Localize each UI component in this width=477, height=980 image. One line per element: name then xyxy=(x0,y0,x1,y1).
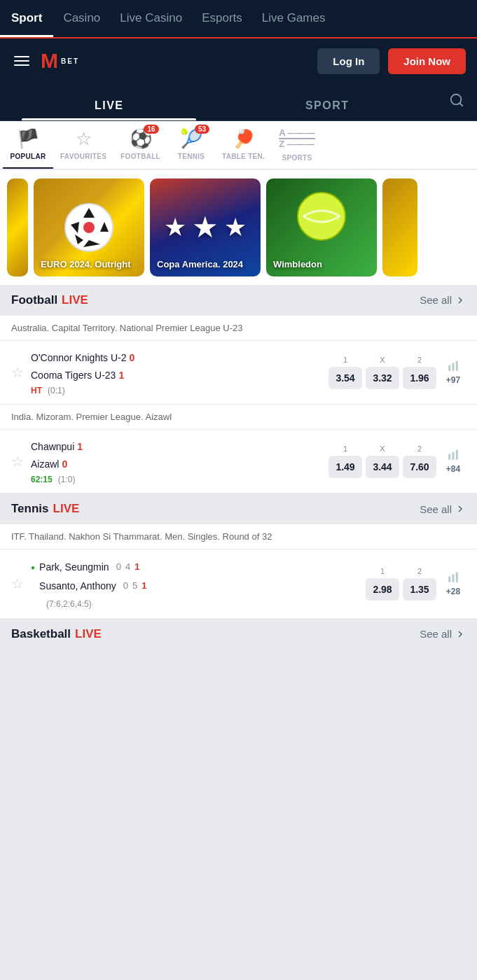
tennis-match-star[interactable]: ☆ xyxy=(11,575,31,592)
euro-card-label: EURO 2024. Outright xyxy=(41,259,131,270)
tab-live[interactable]: LIVE xyxy=(0,99,219,120)
match-row-1: ☆ O'Connor Knights U-20 Cooma Tigers U-2… xyxy=(0,341,477,405)
match-2-bracket: (1:0) xyxy=(58,475,76,484)
svg-line-1 xyxy=(459,103,462,106)
cat-sports-label: SPORTS xyxy=(282,154,312,162)
tennis-badge: 53 xyxy=(195,125,209,134)
match-1-star[interactable]: ☆ xyxy=(11,364,31,381)
svg-rect-18 xyxy=(448,576,450,582)
svg-rect-19 xyxy=(452,574,455,582)
promo-card-euro2024[interactable] xyxy=(7,178,28,276)
top-nav-live-casino[interactable]: Live Casino xyxy=(110,0,192,37)
top-nav-sport[interactable]: Sport xyxy=(0,0,53,37)
promo-card-euro[interactable]: EURO 2024. Outright xyxy=(34,178,144,276)
cat-tennis-label: TENNIS xyxy=(178,153,205,160)
match-2-odds-1[interactable]: 1.49 xyxy=(329,456,362,478)
match-1-bracket: (0:1) xyxy=(48,386,65,396)
search-icon[interactable] xyxy=(436,92,477,120)
match-1-odds-1[interactable]: 3.54 xyxy=(329,367,362,389)
top-nav-live-games[interactable]: Live Games xyxy=(252,0,336,37)
svg-rect-14 xyxy=(456,360,458,370)
tennis-match-row: ☆ ● Park, Seungmin 0 4 1 ● Susanto, Anth… xyxy=(0,550,477,618)
copa-card-label: Copa America. 2024 xyxy=(157,259,243,270)
tennis-section-header: TennisLIVE See all xyxy=(0,493,477,524)
tennis-odds-2[interactable]: 1.35 xyxy=(403,578,436,601)
svg-rect-20 xyxy=(456,572,458,582)
basketball-section-header: BasketballLIVE See all xyxy=(0,619,477,650)
match-1-odds-x[interactable]: 3.32 xyxy=(366,367,399,389)
promo-scroll: EURO 2024. Outright ★ ★ ★ Copa America. … xyxy=(0,170,477,285)
sport-categories: 🏴 POPULAR ☆ FAVOURITES ⚽ 16 FOOTBALL 🎾 5… xyxy=(0,121,477,170)
tennis-more[interactable]: +28 xyxy=(446,587,460,596)
cat-popular-label: POPULAR xyxy=(11,153,46,160)
promo-card-partial[interactable] xyxy=(382,178,417,276)
league-header-aus: Australia. Capital Territory. National P… xyxy=(0,316,477,341)
join-button[interactable]: Join Now xyxy=(388,48,466,74)
cat-favourites-label: FAVOURITES xyxy=(60,153,106,160)
cat-tennis[interactable]: 🎾 53 TENNIS xyxy=(167,128,215,167)
match-2-status: 62:15 xyxy=(31,475,53,484)
tennis-section-title: TennisLIVE xyxy=(11,502,79,516)
hamburger-menu[interactable] xyxy=(11,53,32,69)
svg-point-9 xyxy=(83,222,95,233)
match-2-star[interactable]: ☆ xyxy=(11,453,31,470)
match-1-odds-2[interactable]: 1.96 xyxy=(403,367,436,389)
cat-popular[interactable]: 🏴 POPULAR xyxy=(3,128,53,169)
wimbledon-card-label: Wimbledon xyxy=(273,259,322,270)
login-button[interactable]: Log In xyxy=(317,48,380,74)
svg-rect-12 xyxy=(448,365,450,370)
match-2-odds-2[interactable]: 7.60 xyxy=(403,456,436,478)
basketball-section-title: BasketballLIVE xyxy=(11,627,102,641)
league-header-india: India. Mizoram. Premier League. Aizawl xyxy=(0,405,477,430)
cat-football-label: FOOTBALL xyxy=(120,153,160,160)
promo-card-copa[interactable]: ★ ★ ★ Copa America. 2024 xyxy=(150,178,261,276)
football-section-title: FootballLIVE xyxy=(11,293,88,307)
logo-bet: BET xyxy=(61,57,79,65)
cat-table-tennis[interactable]: 🏓 TABLE TEN. xyxy=(215,128,272,167)
match-1-status: HT xyxy=(31,386,42,396)
header: M BET Log In Join Now xyxy=(0,38,477,83)
logo: M BET xyxy=(41,50,79,71)
football-section-header: FootballLIVE See all xyxy=(0,285,477,316)
svg-rect-13 xyxy=(452,363,455,370)
top-nav-casino[interactable]: Casino xyxy=(53,0,110,37)
tennis-odds-1[interactable]: 2.98 xyxy=(366,578,399,601)
tennis-match-info: ● Park, Seungmin 0 4 1 ● Susanto, Anthon… xyxy=(31,558,365,609)
cat-favourites[interactable]: ☆ FAVOURITES xyxy=(53,128,113,167)
cat-football[interactable]: ⚽ 16 FOOTBALL xyxy=(113,128,167,167)
top-nav: Sport Casino Live Casino Esports Live Ga… xyxy=(0,0,477,38)
tennis-set-score: (7:6,2:6,4:5) xyxy=(46,599,92,609)
match-1-more[interactable]: +97 xyxy=(446,375,460,385)
tab-sport[interactable]: SPORT xyxy=(219,99,437,120)
match-2-info: Chawnpui1 Aizawl0 62:15 (1:0) xyxy=(31,438,328,484)
promo-card-wimbledon[interactable]: Wimbledon xyxy=(266,178,377,276)
svg-rect-17 xyxy=(456,450,458,460)
match-1-info: O'Connor Knights U-20 Cooma Tigers U-231… xyxy=(31,349,328,396)
football-badge: 16 xyxy=(144,125,158,134)
top-nav-esports[interactable]: Esports xyxy=(192,0,252,37)
match-2-odds-x[interactable]: 3.44 xyxy=(366,456,399,478)
match-1-odds: 1 3.54 X 3.32 2 1.96 +97 xyxy=(328,356,466,389)
basketball-see-all[interactable]: See all xyxy=(420,628,466,640)
cat-all-sports[interactable]: A ——— Z ——— SPORTS xyxy=(272,128,322,169)
logo-m: M xyxy=(41,50,58,71)
match-2-more[interactable]: +84 xyxy=(446,464,460,474)
tennis-odds: 1 2.98 2 1.35 +28 xyxy=(365,567,466,601)
svg-rect-16 xyxy=(452,452,455,460)
tennis-see-all[interactable]: See all xyxy=(420,503,466,515)
svg-rect-15 xyxy=(448,454,450,460)
tennis-league-header: ITF. Thailand. Nakhon Si Thammarat. Men.… xyxy=(0,524,477,550)
match-row-2: ☆ Chawnpui1 Aizawl0 62:15 (1:0) 1 1.49 X… xyxy=(0,430,477,493)
football-see-all[interactable]: See all xyxy=(420,294,466,306)
match-2-odds: 1 1.49 X 3.44 2 7.60 +84 xyxy=(328,444,466,478)
main-tabs: LIVE SPORT xyxy=(0,83,477,121)
cat-table-tennis-label: TABLE TEN. xyxy=(222,153,265,160)
